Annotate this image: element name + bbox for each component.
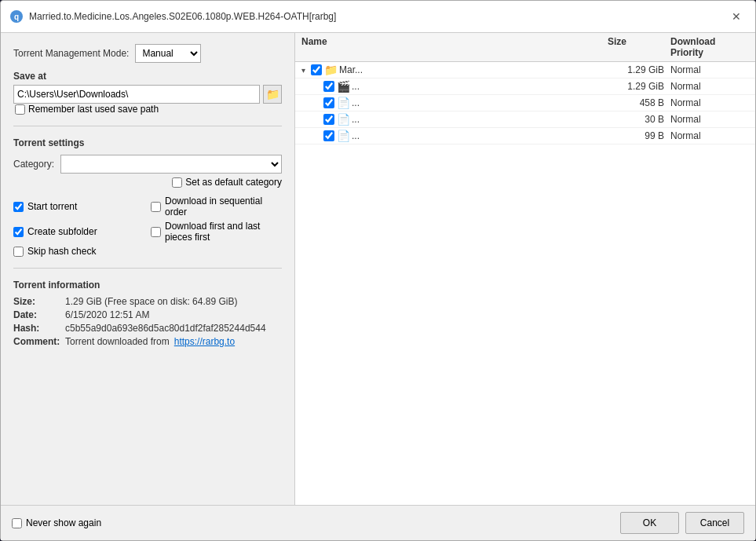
sequential-checkbox[interactable] [151, 202, 161, 212]
browse-button[interactable]: 📁 [263, 85, 282, 104]
divider-2 [13, 268, 282, 269]
start-torrent-row: Start torrent [13, 196, 144, 217]
file-name: ... [352, 97, 608, 108]
never-show-checkbox[interactable] [12, 518, 22, 528]
comment-prefix: Torrent downloaded from [65, 336, 170, 347]
file-size: 1.29 GiB [608, 64, 670, 75]
file-icon: 📄 [337, 130, 349, 142]
comment-key: Comment: [13, 336, 60, 347]
file-size: 30 B [608, 114, 670, 125]
save-at-section: Save at 📁 Remember last used save path [13, 71, 282, 115]
file-icon: 📄 [337, 113, 349, 126]
table-row[interactable]: 📄...99 BNormal [295, 128, 755, 144]
file-name: ... [352, 114, 608, 125]
category-label: Category: [13, 159, 54, 170]
management-mode-row: Torrent Management Mode: Manual Automati… [13, 44, 282, 63]
save-path-row: 📁 [13, 85, 282, 104]
first-last-checkbox[interactable] [151, 227, 161, 237]
file-name: Mar... [339, 64, 608, 75]
skip-hash-checkbox[interactable] [13, 247, 24, 257]
create-subfolder-row: Create subfolder [13, 221, 144, 243]
skip-hash-row: Skip hash check [13, 246, 144, 257]
management-mode-select[interactable]: Manual Automatic [135, 44, 201, 63]
default-cat-row: Set as default category [13, 177, 282, 188]
table-row[interactable]: ▾📁Mar...1.29 GiBNormal [295, 62, 755, 79]
file-checkbox[interactable] [323, 81, 334, 92]
hash-value: c5b55a9d0a693e86d5ac80d1df2faf285244d544 [65, 323, 266, 334]
dialog-title: Married.to.Medicine.Los.Angeles.S02E06.1… [29, 11, 336, 22]
size-value: 1.29 GiB (Free space on disk: 64.89 GiB) [65, 296, 237, 307]
action-buttons: OK Cancel [620, 512, 744, 534]
size-key: Size: [13, 296, 60, 307]
file-name: ... [352, 130, 608, 141]
app-icon: q [10, 10, 23, 23]
dialog-body: Torrent Management Mode: Manual Automati… [1, 33, 755, 505]
category-row: Category: [13, 155, 282, 174]
folder-icon: 📁 [324, 64, 337, 76]
set-default-label: Set as default category [185, 177, 282, 188]
file-name: ... [352, 81, 608, 92]
file-priority: Normal [670, 114, 749, 125]
save-at-label: Save at [13, 71, 282, 82]
file-checkbox[interactable] [311, 64, 322, 75]
sequential-row: Download in sequential order [151, 196, 282, 217]
file-icon: 🎬 [337, 80, 349, 93]
category-select[interactable] [60, 155, 282, 174]
options-grid: Start torrent Download in sequential ord… [13, 196, 282, 257]
table-row[interactable]: 🎬...1.29 GiBNormal [295, 79, 755, 95]
title-bar-left: q Married.to.Medicine.Los.Angeles.S02E06… [10, 10, 336, 23]
file-tree-header: Name Size Download Priority [295, 33, 755, 62]
divider-1 [13, 126, 282, 126]
table-row[interactable]: 📄...458 BNormal [295, 95, 755, 111]
file-tree-body: ▾📁Mar...1.29 GiBNormal🎬...1.29 GiBNormal… [295, 62, 755, 505]
right-panel: Name Size Download Priority ▾📁Mar...1.29… [295, 33, 755, 505]
first-last-row: Download first and last pieces first [151, 221, 282, 243]
close-button[interactable]: ✕ [727, 7, 746, 26]
title-bar: q Married.to.Medicine.Los.Angeles.S02E06… [1, 1, 755, 33]
remember-checkbox[interactable] [15, 104, 25, 115]
expand-arrow-icon[interactable]: ▾ [301, 66, 311, 75]
date-key: Date: [13, 309, 60, 320]
table-row[interactable]: 📄...30 BNormal [295, 111, 755, 128]
torrent-info-label: Torrent information [13, 280, 282, 291]
never-show-label: Never show again [26, 517, 101, 528]
file-size: 458 B [608, 97, 670, 108]
date-value: 6/15/2020 12:51 AM [65, 309, 149, 320]
file-checkbox[interactable] [323, 97, 334, 108]
start-torrent-checkbox[interactable] [13, 202, 24, 212]
size-row: Size: 1.29 GiB (Free space on disk: 64.8… [13, 296, 282, 307]
first-last-label: Download first and last pieces first [165, 221, 282, 243]
remember-row: Remember last used save path [13, 104, 282, 115]
start-torrent-label: Start torrent [27, 201, 77, 212]
dialog-window: q Married.to.Medicine.Los.Angeles.S02E06… [0, 0, 756, 541]
file-size: 1.29 GiB [608, 81, 670, 92]
comment-link[interactable]: https://rarbg.to [174, 336, 235, 347]
file-size: 99 B [608, 130, 670, 141]
hash-key: Hash: [13, 323, 60, 334]
file-priority: Normal [670, 81, 749, 92]
col-size-header: Size [608, 36, 670, 58]
left-panel: Torrent Management Mode: Manual Automati… [1, 33, 295, 505]
comment-row: Comment: Torrent downloaded from https:/… [13, 336, 282, 347]
create-subfolder-label: Create subfolder [27, 226, 97, 237]
date-row: Date: 6/15/2020 12:51 AM [13, 309, 282, 320]
torrent-info-section: Torrent information Size: 1.29 GiB (Free… [13, 280, 282, 347]
torrent-settings-section: Torrent settings Category: Set as defaul… [13, 137, 282, 188]
ok-button[interactable]: OK [620, 512, 679, 534]
bottom-bar: Never show again OK Cancel [1, 505, 755, 540]
col-name-header: Name [301, 36, 608, 58]
col-priority-header: Download Priority [670, 36, 749, 58]
file-priority: Normal [670, 64, 749, 75]
cancel-button[interactable]: Cancel [685, 512, 744, 534]
set-default-checkbox[interactable] [172, 177, 182, 188]
save-path-input[interactable] [13, 85, 260, 104]
torrent-settings-label: Torrent settings [13, 137, 282, 148]
sequential-label: Download in sequential order [165, 196, 282, 217]
file-checkbox[interactable] [323, 130, 334, 141]
create-subfolder-checkbox[interactable] [13, 227, 24, 237]
management-mode-label: Torrent Management Mode: [13, 48, 129, 59]
skip-hash-label: Skip hash check [27, 246, 96, 257]
file-checkbox[interactable] [323, 114, 334, 125]
hash-row: Hash: c5b55a9d0a693e86d5ac80d1df2faf2852… [13, 323, 282, 334]
file-priority: Normal [670, 97, 749, 108]
